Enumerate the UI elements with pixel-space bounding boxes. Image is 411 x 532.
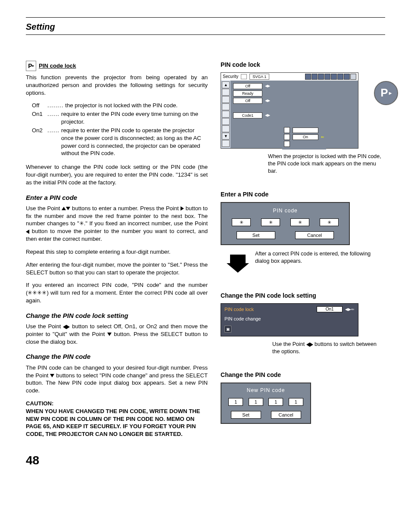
- header-rule-top: [26, 17, 385, 18]
- enter-pin-p4: If you entered an incorrect PIN code, "P…: [26, 281, 208, 304]
- caption-2: After a correct PIN code is entered, the…: [255, 250, 385, 265]
- heading-change-setting: Change the PIN code lock setting: [26, 311, 208, 320]
- osd-value: [233, 105, 262, 111]
- heading-pin-code-lock-right: PIN code lock: [221, 61, 385, 69]
- section-title: Setting: [26, 21, 385, 33]
- caution-body: WHEN YOU HAVE CHANGED THE PIN CODE, WRIT…: [26, 408, 208, 438]
- pin-code-lock-label: PIN code lock: [224, 306, 317, 313]
- pin-code-lock-value: On1: [317, 306, 342, 312]
- topbar-icon: [241, 74, 247, 79]
- new-pin-title: New PIN code: [226, 387, 306, 394]
- caution-label: CAUTION:: [26, 400, 208, 408]
- set-button: Set: [237, 231, 275, 239]
- pin-digit: 1: [228, 398, 243, 406]
- left-column: P▸ PIN code lock This function prevents …: [26, 61, 208, 439]
- right-column: PIN code lock Security SVGA 1 ▲: [221, 61, 385, 439]
- osd-value: Off: [233, 98, 262, 104]
- osd-inner-dialog: On⇐: [282, 125, 326, 149]
- pin-lock-icon: P▸: [26, 61, 36, 71]
- pin-code-title: PIN code: [227, 207, 344, 214]
- block-change-code: Change the PIN code New PIN code 1 1 1 1…: [221, 371, 385, 424]
- enter-pin-p1: Use the Point buttons to enter a number.…: [26, 205, 208, 243]
- osd-screenshot: Security SVGA 1 ▲: [221, 72, 358, 149]
- options-list: Off........the projector is not locked w…: [32, 102, 208, 157]
- caption-3: Use the Point buttons to switch between …: [272, 341, 385, 355]
- up-arrow-icon: [62, 207, 66, 210]
- left-arrow-icon: [306, 342, 310, 347]
- option-off: Off........the projector is not locked w…: [32, 102, 208, 109]
- osd-value: Code1: [233, 112, 262, 118]
- sidebar-item-icon: [222, 96, 230, 103]
- sidebar-quit-icon: [222, 140, 230, 147]
- pin-icon: [284, 134, 290, 140]
- pin-code-dialog: PIN code ✳ ✳ ✳ ✳ Set Cancel: [221, 202, 350, 245]
- right-arrow-icon: [181, 206, 184, 211]
- left-arrow-icon: [26, 230, 29, 234]
- page-number: 48: [26, 452, 385, 469]
- pin-digit: 1: [268, 398, 283, 406]
- quit-icon: ▣: [224, 326, 231, 333]
- sidebar-item-icon: [222, 118, 230, 125]
- option-on2: On2......require to enter the PIN code t…: [32, 127, 208, 157]
- sidebar-item-icon: [222, 103, 230, 110]
- enter-pin-p2: Repeat this step to complete entering a …: [26, 248, 208, 256]
- key-icon: [284, 127, 290, 133]
- lr-arrows-icon: ◀▶⇐: [345, 307, 355, 312]
- cancel-button: Cancel: [295, 231, 334, 239]
- block-pin-code-lock: PIN code lock Security SVGA 1 ▲: [221, 61, 385, 175]
- pin-digit: ✳: [290, 218, 309, 226]
- down-arrow-icon: [50, 374, 54, 377]
- heading-enter-pin: Enter a PIN code: [26, 193, 208, 202]
- sidebar-item-icon: [222, 89, 230, 96]
- pin-code-change-label: PIN code change: [224, 316, 355, 322]
- heading-enter-pin-right: Enter a PIN code: [221, 190, 385, 199]
- osd-sidebar: ▲ ▼: [221, 81, 230, 148]
- osd-topbar: Security SVGA 1: [221, 73, 358, 81]
- enter-pin-p3: After entering the four-digit number, mo…: [26, 261, 208, 277]
- intro-paragraph: This function prevents the projector fro…: [26, 74, 208, 96]
- topbar-icons: [305, 74, 356, 80]
- new-pin-dialog: New PIN code 1 1 1 1 Set Cancel: [221, 383, 311, 424]
- header-rule-bottom: [26, 34, 385, 35]
- sidebar-down-icon: ▼: [222, 133, 230, 140]
- change-setting-dialog: PIN code lock On1 ◀▶⇐ PIN code change ▣: [221, 303, 358, 337]
- whenever-paragraph: Whenever to change the PIN code lock set…: [26, 163, 208, 186]
- option-on1: On1......require to enter the PIN code e…: [32, 110, 208, 126]
- block-change-setting: Change the PIN code lock setting PIN cod…: [221, 292, 385, 355]
- caption-1: When the projector is locked with the PI…: [268, 153, 385, 175]
- sidebar-item-icon: [222, 111, 230, 118]
- pin-lock-mark-callout: P▸: [374, 81, 398, 105]
- right-arrow-icon: [310, 342, 313, 347]
- change-setting-p: Use the Point button to select Off, On1,…: [26, 323, 208, 345]
- osd-value: Off: [233, 83, 262, 89]
- pin-digit: 1: [249, 398, 263, 406]
- quit-icon: [284, 141, 290, 147]
- heading-change-code: Change the PIN code: [26, 352, 208, 361]
- left-arrow-icon: [63, 325, 66, 329]
- pin-digit: ✳: [232, 218, 251, 226]
- set-button: Set: [231, 411, 261, 419]
- osd-value: Ready: [233, 90, 262, 96]
- block-enter-pin: Enter a PIN code PIN code ✳ ✳ ✳ ✳ Set Ca…: [221, 190, 385, 276]
- cancel-button: Cancel: [271, 411, 301, 419]
- osd-main: Off◀▶ Ready Off◀▶ Code1◀▶ On⇐: [230, 81, 358, 148]
- resolution-tag: SVGA 1: [249, 74, 269, 80]
- pin-digit: ✳: [261, 218, 280, 226]
- pin-digit: 1: [289, 398, 303, 406]
- sidebar-up-icon: ▲: [222, 81, 230, 88]
- sidebar-item-icon: [222, 125, 230, 132]
- heading-change-code-right: Change the PIN code: [221, 371, 385, 379]
- heading-pin-code-lock: PIN code lock: [39, 62, 76, 70]
- down-arrow-graphic: [227, 250, 249, 276]
- heading-change-setting-right: Change the PIN code lock setting: [221, 292, 385, 300]
- down-arrow-icon: [66, 207, 70, 210]
- down-arrow-icon: [107, 333, 112, 336]
- change-code-p: The PIN code can be changed to your desi…: [26, 364, 208, 395]
- pin-digit: ✳: [320, 218, 339, 226]
